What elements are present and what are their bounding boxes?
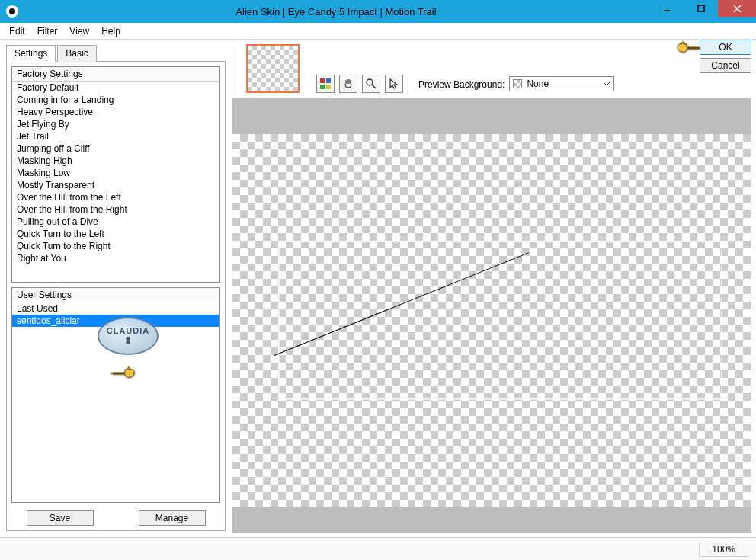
chevron-down-icon <box>603 80 610 88</box>
manage-button[interactable]: Manage <box>139 510 206 526</box>
factory-header: Factory Settings <box>12 67 219 82</box>
list-item[interactable]: Over the Hill from the Right <box>12 203 219 216</box>
tabs: Settings Basic <box>6 44 226 62</box>
cancel-button[interactable]: Cancel <box>700 58 751 73</box>
hand-tool[interactable] <box>339 75 357 93</box>
settings-pane: Settings Basic Factory Settings Factory … <box>0 40 232 537</box>
status-bar: 100% <box>0 537 756 560</box>
list-item[interactable]: Masking Low <box>12 167 219 179</box>
app-icon <box>6 5 18 18</box>
list-item[interactable]: Heavy Perspective <box>12 106 219 118</box>
preview-pane: Preview Background: None OK Cancel <box>232 40 756 537</box>
user-header: User Settings <box>12 288 219 302</box>
maximize-button[interactable] <box>684 0 718 17</box>
svg-point-11 <box>126 337 130 341</box>
menu-view[interactable]: View <box>63 24 95 38</box>
menu-edit[interactable]: Edit <box>3 24 31 38</box>
window-controls <box>649 0 756 23</box>
svg-point-0 <box>9 8 15 14</box>
list-item[interactable]: Factory Default <box>12 82 219 94</box>
action-buttons: OK Cancel <box>700 40 751 73</box>
preview-thumbnail[interactable] <box>246 44 300 93</box>
svg-rect-7 <box>320 85 325 89</box>
list-item[interactable]: Right at You <box>12 252 219 264</box>
color-picker-tool[interactable] <box>316 75 335 93</box>
tab-basic[interactable]: Basic <box>57 45 96 62</box>
menu-filter[interactable]: Filter <box>31 24 64 38</box>
pointer-tool[interactable] <box>385 75 403 93</box>
svg-rect-8 <box>326 85 331 89</box>
tab-settings[interactable]: Settings <box>6 45 56 62</box>
preview-bg-label: Preview Background: <box>418 79 505 90</box>
svg-rect-12 <box>126 341 130 344</box>
svg-rect-5 <box>320 78 325 83</box>
svg-rect-2 <box>698 5 704 11</box>
list-item[interactable]: Quick Turn to the Left <box>12 228 219 240</box>
close-button[interactable] <box>718 0 756 17</box>
svg-rect-6 <box>326 78 331 83</box>
list-item[interactable]: Masking High <box>12 155 219 167</box>
transparent-swatch-icon <box>513 79 522 88</box>
list-item[interactable]: Jet Trail <box>12 130 219 142</box>
list-item[interactable]: Over the Hill from the Left <box>12 191 219 203</box>
preview-bg-select[interactable]: None <box>509 76 614 91</box>
preview-bg-value: None <box>527 78 549 89</box>
tool-row: Preview Background: None <box>232 44 751 93</box>
zoom-level: 100% <box>699 542 748 557</box>
zoom-tool[interactable] <box>362 75 380 93</box>
list-item[interactable]: Last Used <box>12 302 219 315</box>
list-item[interactable]: Jumping off a Cliff <box>12 142 219 155</box>
minimize-button[interactable] <box>649 0 684 17</box>
list-item[interactable]: Mostly Transparent <box>12 179 219 191</box>
menu-help[interactable]: Help <box>95 24 127 38</box>
save-button[interactable]: Save <box>27 510 94 526</box>
svg-point-9 <box>367 79 373 85</box>
title-bar: Alien Skin | Eye Candy 5 Impact | Motion… <box>0 0 756 23</box>
list-item[interactable]: Pulling out of a Dive <box>12 216 219 228</box>
settings-button-row: Save Manage <box>11 507 220 526</box>
list-item[interactable]: Jet Flying By <box>12 118 219 130</box>
canvas-checker <box>232 134 751 507</box>
preview-canvas[interactable] <box>232 98 751 533</box>
window-title: Alien Skin | Eye Candy 5 Impact | Motion… <box>23 6 649 18</box>
watermark-badge: CLAUDIA <box>98 317 159 355</box>
settings-panel: Factory Settings Factory DefaultComing i… <box>6 62 226 531</box>
motion-trail-line <box>274 252 529 356</box>
list-item[interactable]: Coming in for a Landing <box>12 94 219 106</box>
menu-bar: Edit Filter View Help <box>0 23 756 40</box>
factory-settings-list[interactable]: Factory Settings Factory DefaultComing i… <box>11 66 220 283</box>
ok-button[interactable]: OK <box>700 40 751 55</box>
list-item[interactable]: Quick Turn to the Right <box>12 240 219 252</box>
svg-line-10 <box>372 85 376 88</box>
